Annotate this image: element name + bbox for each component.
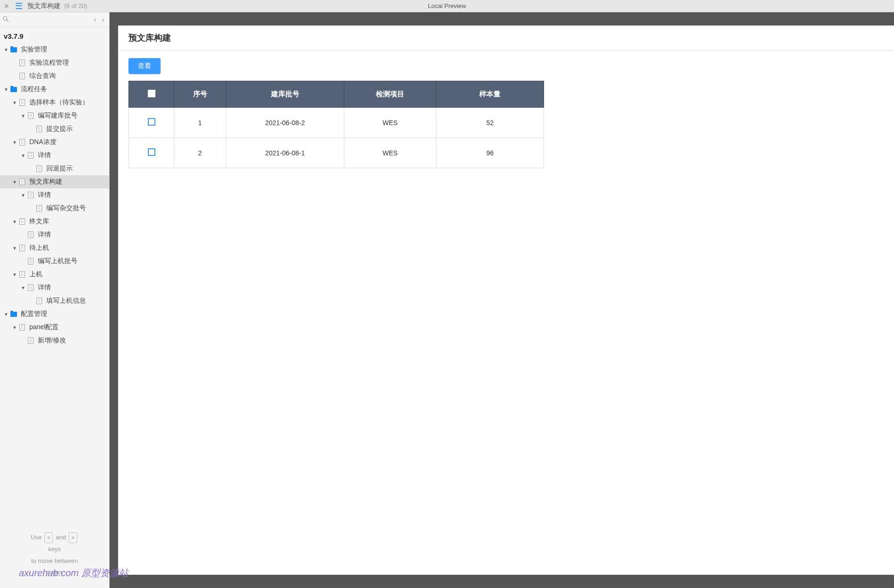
tree-page-dna-concentration[interactable]: ▼DNA浓度 (0, 136, 109, 149)
page-icon (18, 99, 26, 106)
cell-sample-count: 52 (436, 108, 544, 138)
page-icon (18, 139, 26, 145)
sidebar: ‹ › v3.7.9 ▼实验管理 实验流程管理 综合查询 ▼流程任务 ▼选择样本… (0, 12, 110, 588)
panel-title: 预文库构建 (118, 26, 894, 51)
panel-body: 查看 序号 建库批号 检测项目 样本量 (118, 51, 894, 176)
page-tree: ▼实验管理 实验流程管理 综合查询 ▼流程任务 ▼选择样本（待实验） ▼编写建库… (0, 43, 109, 524)
topbar-page-name: 预文库构建 (27, 2, 60, 10)
cell-batch: 2021-06-08-1 (226, 138, 344, 168)
page-icon (26, 337, 35, 344)
page-icon (35, 165, 43, 172)
tree-folder-config-mgmt[interactable]: ▼配置管理 (0, 307, 109, 321)
page-icon (35, 298, 43, 304)
svg-point-0 (3, 17, 7, 20)
page-icon (26, 284, 35, 291)
header-seq: 序号 (174, 81, 226, 108)
content-area: 预文库构建 查看 序号 建库批号 检测项目 样本量 (110, 12, 894, 588)
svg-line-1 (7, 20, 9, 22)
tree-page-prelib-detail[interactable]: ▼详情 (0, 188, 109, 202)
row-checkbox[interactable] (148, 148, 155, 156)
tree-page-experiment-flow[interactable]: 实验流程管理 (0, 56, 109, 69)
tree-page-rollback-tip[interactable]: 回退提示 (0, 162, 109, 175)
cell-project: WES (344, 138, 436, 168)
menu-toggle-icon[interactable]: ☰ (15, 1, 23, 11)
table-row: 2 2021-06-08-1 WES 96 (129, 138, 544, 168)
header-batch: 建库批号 (226, 81, 344, 108)
next-page-icon[interactable]: › (100, 16, 106, 24)
tree-page-submit-tip[interactable]: 提交提示 (0, 122, 109, 136)
search-icon[interactable] (3, 16, 9, 24)
page-icon (18, 324, 26, 331)
page-icon (26, 258, 35, 264)
view-button[interactable]: 查看 (128, 58, 161, 74)
tree-page-comprehensive-query[interactable]: 综合查询 (0, 69, 109, 83)
tree-page-dna-detail[interactable]: ▼详情 (0, 149, 109, 162)
cell-project: WES (344, 108, 436, 138)
data-table: 序号 建库批号 检测项目 样本量 1 2021-06-08-2 WES 52 (128, 81, 544, 168)
page-icon (18, 271, 26, 278)
tree-page-write-lib-batch[interactable]: ▼编写建库批号 (0, 109, 109, 122)
nav-arrows: ‹ › (92, 16, 106, 24)
header-sample-count: 样本量 (436, 81, 544, 108)
page-icon (26, 112, 35, 119)
tree-page-final-lib-detail[interactable]: 详情 (0, 228, 109, 241)
page-icon (18, 179, 26, 185)
page-icon (26, 152, 35, 159)
tree-folder-flow-task[interactable]: ▼流程任务 (0, 83, 109, 96)
page-icon (18, 218, 26, 225)
page-icon (18, 245, 26, 251)
page-icon (26, 192, 35, 198)
key-right-icon: > (68, 532, 77, 543)
prev-page-icon[interactable]: ‹ (92, 16, 98, 24)
tree-page-on-machine-detail[interactable]: ▼详情 (0, 281, 109, 294)
cell-sample-count: 96 (436, 138, 544, 168)
tree-page-final-lib[interactable]: ▼终文库 (0, 215, 109, 228)
tree-page-prelib-build[interactable]: ▼预文库构建 (0, 175, 109, 188)
keyboard-hint: Use < and > keys to move between pages (0, 524, 109, 588)
header-project: 检测项目 (344, 81, 436, 108)
folder-icon (9, 47, 18, 52)
cell-seq: 2 (174, 138, 226, 168)
topbar-center-label: Local Preview (428, 2, 466, 9)
content-panel: 预文库构建 查看 序号 建库批号 检测项目 样本量 (118, 26, 894, 575)
tree-page-waiting-machine[interactable]: ▼待上机 (0, 241, 109, 255)
tree-page-on-machine[interactable]: ▼上机 (0, 268, 109, 281)
tree-page-panel-config[interactable]: ▼panel配置 (0, 321, 109, 334)
tree-folder-experiment-mgmt[interactable]: ▼实验管理 (0, 43, 109, 56)
select-all-checkbox[interactable] (148, 90, 155, 97)
header-checkbox-cell (129, 81, 174, 108)
row-checkbox[interactable] (148, 118, 155, 126)
close-icon[interactable]: ✕ (4, 2, 9, 10)
tree-page-write-hybrid-batch[interactable]: 编写杂交批号 (0, 202, 109, 215)
tree-page-add-modify[interactable]: 新增/修改 (0, 334, 109, 347)
page-icon (18, 73, 26, 79)
top-bar: ✕ ☰ 预文库构建 (9 of 20) Local Preview (0, 0, 894, 12)
tree-page-select-sample[interactable]: ▼选择样本（待实验） (0, 96, 109, 109)
page-icon (35, 126, 43, 132)
topbar-page-count: (9 of 20) (64, 2, 87, 9)
table-header-row: 序号 建库批号 检测项目 样本量 (129, 81, 544, 108)
page-icon (26, 231, 35, 238)
main-wrap: ‹ › v3.7.9 ▼实验管理 实验流程管理 综合查询 ▼流程任务 ▼选择样本… (0, 12, 894, 588)
folder-icon (9, 312, 18, 317)
page-icon (18, 60, 26, 66)
table-row: 1 2021-06-08-2 WES 52 (129, 108, 544, 138)
sidebar-toolbar: ‹ › (0, 12, 109, 27)
tree-page-fill-machine-info[interactable]: 填写上机信息 (0, 294, 109, 307)
cell-batch: 2021-06-08-2 (226, 108, 344, 138)
key-left-icon: < (44, 532, 53, 543)
page-icon (35, 205, 43, 212)
tree-page-write-machine-batch[interactable]: 编写上机批号 (0, 255, 109, 268)
version-label: v3.7.9 (0, 27, 109, 43)
folder-icon (9, 87, 18, 92)
cell-seq: 1 (174, 108, 226, 138)
